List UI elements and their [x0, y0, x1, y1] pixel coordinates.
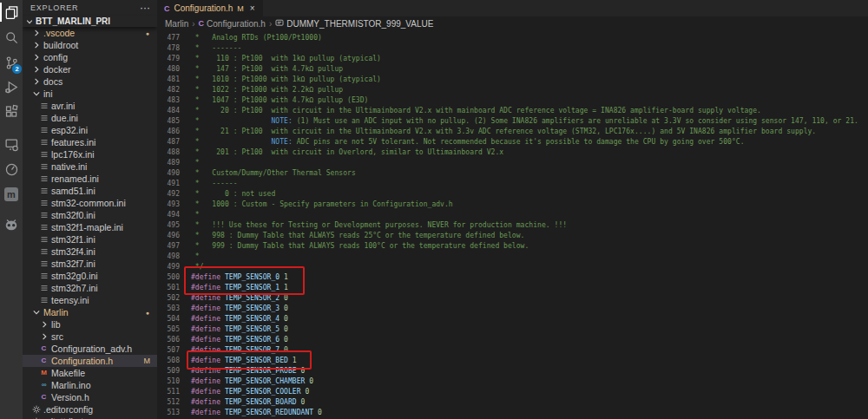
tree-item-due-ini[interactable]: due.ini	[23, 112, 157, 124]
code-line-495[interactable]: 495 * !!! Use these for Testing or Devel…	[157, 220, 868, 231]
tree-item-ini[interactable]: ini	[23, 88, 157, 100]
tab-configuration-h[interactable]: C Configuration.h M ×	[157, 0, 263, 16]
tree-item-src[interactable]: src	[23, 331, 157, 343]
code-line-479[interactable]: 479 * 110 : Pt100 with 1kΩ pullup (atypi…	[157, 54, 868, 64]
tree-item-buildroot[interactable]: buildroot	[23, 39, 157, 51]
code-line-496[interactable]: 496 * 998 : Dummy Table that ALWAYS read…	[157, 231, 868, 241]
tree-item-editorconfig[interactable]: .editorconfig	[23, 403, 157, 416]
code-line-512[interactable]: 512#define TEMP_SENSOR_BOARD 0	[157, 397, 868, 408]
tree-item-config[interactable]: config	[23, 51, 157, 63]
code-line-504[interactable]: 504#define TEMP_SENSOR_4 0	[157, 314, 868, 324]
code-line-477[interactable]: 477 * Analog RTDs (Pt100/Pt1000)	[157, 33, 868, 43]
tree-item-docker[interactable]: docker	[23, 63, 157, 75]
code-line-502[interactable]: 502#define TEMP_SENSOR_2 0	[157, 293, 868, 304]
tree-item-stm32g0-ini[interactable]: stm32g0.ini	[23, 270, 157, 282]
tree-item-version-h[interactable]: CVersion.h	[23, 391, 157, 403]
tree-item-native-ini[interactable]: native.ini	[23, 160, 157, 173]
breadcrumb-item-marlin[interactable]: Marlin	[165, 19, 188, 29]
tree-item-stm32f1-ini[interactable]: stm32f1.ini	[23, 233, 157, 246]
source-control-icon[interactable]: 2	[0, 53, 23, 72]
tree-item-stm32h7-ini[interactable]: stm32h7.ini	[23, 282, 157, 294]
line-number: 496	[157, 231, 180, 241]
m-extension-icon[interactable]: m	[0, 185, 23, 204]
explorer-icon[interactable]	[0, 3, 23, 22]
tree-item-lpc176x-ini[interactable]: lpc176x.ini	[23, 148, 157, 160]
code-line-497[interactable]: 497 * 999 : Dummy Table that ALWAYS read…	[157, 241, 868, 252]
tree-item-stm32f0-ini[interactable]: stm32f0.ini	[23, 209, 157, 221]
code-line-499[interactable]: 499 */	[157, 262, 868, 272]
chevron-right-icon	[39, 320, 49, 329]
tree-item-samd51-ini[interactable]: samd51.ini	[23, 185, 157, 197]
code-line-506[interactable]: 506#define TEMP_SENSOR_6 0	[157, 335, 868, 345]
tree-item-stm32-common-ini[interactable]: stm32-common.ini	[23, 197, 157, 209]
tree-item-configuration-adv-h[interactable]: CConfiguration_adv.h	[23, 343, 157, 355]
code-line-510[interactable]: 510#define TEMP_SENSOR_CHAMBER 0	[157, 376, 868, 387]
line-number: 500	[157, 272, 180, 283]
code-line-489[interactable]: 489 *	[157, 158, 868, 168]
tree-item-label: stm32-common.ini	[51, 198, 126, 208]
breadcrumb-item-dummy-thermistor-999-value[interactable]: DUMMY_THERMISTOR_999_VALUE	[275, 18, 433, 29]
remote-explorer-icon[interactable]	[0, 134, 23, 154]
code-line-485[interactable]: 485 * NOTE: (1) Must use an ADC input wi…	[157, 116, 868, 127]
tree-item-label: buildroot	[43, 40, 78, 50]
tab-label: Configuration.h	[174, 3, 233, 13]
code-line-508[interactable]: 508#define TEMP_SENSOR_BED 1	[157, 356, 868, 366]
code-line-481[interactable]: 481 * 1010 : Pt1000 with 1kΩ pullup (aty…	[157, 75, 868, 85]
tree-item-teensy-ini[interactable]: teensy.ini	[23, 294, 157, 306]
code-line-478[interactable]: 478 * -------	[157, 43, 868, 54]
tree-root-folder[interactable]: BTT_MARLIN_PRI	[23, 16, 157, 27]
code-editor[interactable]: 477 * Analog RTDs (Pt100/Pt1000)478 * --…	[157, 30, 868, 419]
tree-item-renamed-ini[interactable]: renamed.ini	[23, 173, 157, 185]
tree-item-avr-ini[interactable]: avr.ini	[23, 100, 157, 112]
tree-item-docs[interactable]: docs	[23, 75, 157, 88]
code-line-501[interactable]: 501#define TEMP_SENSOR_1 1	[157, 283, 868, 293]
search-icon[interactable]	[0, 28, 23, 47]
code-line-484[interactable]: 484 * 20 : Pt100 with circuit in the Ult…	[157, 106, 868, 116]
code-text: #define TEMP_SENSOR_4 0	[180, 314, 288, 324]
code-line-480[interactable]: 480 * 147 : Pt100 with 4.7kΩ pullup	[157, 64, 868, 75]
code-line-511[interactable]: 511#define TEMP_SENSOR_COOLER 0	[157, 387, 868, 397]
gauge-icon[interactable]	[0, 160, 23, 179]
tree-item-gitattributes[interactable]: .gitattributes	[23, 416, 157, 419]
code-line-486[interactable]: 486 * 21 : Pt100 with circuit in the Ult…	[157, 127, 868, 137]
line-number: 479	[157, 54, 180, 64]
tree-item-lib[interactable]: lib	[23, 318, 157, 331]
code-line-500[interactable]: 500#define TEMP_SENSOR_0 1	[157, 272, 868, 283]
code-line-483[interactable]: 483 * 1047 : Pt1000 with 4.7kΩ pullup (E…	[157, 95, 868, 106]
tree-item-stm32f1-maple-ini[interactable]: stm32f1-maple.ini	[23, 221, 157, 233]
tree-item-marlin[interactable]: Marlin●	[23, 306, 157, 318]
tree-item-features-ini[interactable]: features.ini	[23, 136, 157, 148]
code-line-482[interactable]: 482 * 1022 : Pt1000 with 2.2kΩ pullup	[157, 85, 868, 95]
code-line-507[interactable]: 507#define TEMP_SENSOR_7 0	[157, 345, 868, 356]
breadcrumb-separator: ›	[269, 19, 272, 29]
run-debug-icon[interactable]	[0, 77, 23, 96]
code-line-487[interactable]: 487 * NOTE: ADC pins are not 5V tolerant…	[157, 137, 868, 147]
close-icon[interactable]: ×	[250, 3, 255, 13]
tree-item-label: stm32f4.ini	[51, 246, 95, 257]
explorer-more-actions-button[interactable]: ···	[140, 0, 150, 16]
breadcrumb-item-configuration-h[interactable]: CConfiguration.h	[199, 19, 266, 29]
code-line-490[interactable]: 490 * Custom/Dummy/Other Thermal Sensors	[157, 168, 868, 179]
tree-item-stm32f4-ini[interactable]: stm32f4.ini	[23, 246, 157, 258]
code-line-491[interactable]: 491 * ------	[157, 179, 868, 189]
tree-item-marlin-ino[interactable]: ∞Marlin.ino	[23, 379, 157, 391]
code-line-505[interactable]: 505#define TEMP_SENSOR_5 0	[157, 324, 868, 335]
tree-item-stm32f7-ini[interactable]: stm32f7.ini	[23, 258, 157, 270]
tree-item-makefile[interactable]: MMakefile	[23, 367, 157, 379]
code-line-509[interactable]: 509#define TEMP_SENSOR_PROBE 0	[157, 366, 868, 376]
code-line-488[interactable]: 488 * 201 : Pt100 with circuit in Overlo…	[157, 147, 868, 158]
code-line-493[interactable]: 493 * 1000 : Custom - Specify parameters…	[157, 200, 868, 210]
code-line-492[interactable]: 492 * 0 : not used	[157, 189, 868, 200]
code-line-494[interactable]: 494 *	[157, 210, 868, 220]
platformio-icon[interactable]	[0, 215, 23, 234]
code-line-513[interactable]: 513#define TEMP_SENSOR_REDUNDANT 0	[157, 408, 868, 418]
code-line-498[interactable]: 498 *	[157, 252, 868, 262]
code-text: #define TEMP_SENSOR_6 0	[180, 335, 288, 345]
tree-item-esp32-ini[interactable]: esp32.ini	[23, 124, 157, 136]
scm-changes-badge: 2	[12, 64, 22, 74]
extensions-icon[interactable]	[0, 101, 23, 121]
code-line-503[interactable]: 503#define TEMP_SENSOR_3 0	[157, 304, 868, 314]
tree-item-vscode[interactable]: .vscode●	[23, 27, 157, 39]
git-modified-dot: ●	[146, 310, 149, 316]
tree-item-configuration-h[interactable]: CConfiguration.hM	[23, 355, 157, 367]
